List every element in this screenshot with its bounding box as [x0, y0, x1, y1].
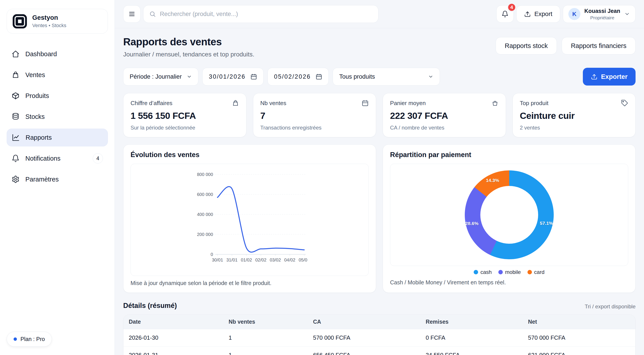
svg-text:31/01: 31/01 — [226, 258, 237, 262]
cell-date: 2026-01-31 — [124, 346, 223, 355]
cell-ca: 570 000 FCFA — [308, 329, 420, 346]
plan-badge: Plan : Pro — [7, 332, 52, 347]
sidebar-nav: Dashboard Ventes Produits Stocks Rapport… — [7, 45, 108, 188]
payments-chart-title: Répartition par paiement — [390, 151, 628, 159]
search-input[interactable] — [160, 11, 372, 17]
exporter-button-label: Exporter — [601, 73, 628, 80]
period-select[interactable]: Période : Journalier — [123, 68, 198, 85]
svg-text:02/02: 02/02 — [255, 258, 266, 262]
chart-line-icon — [12, 133, 20, 141]
brand-card: Gestyon Ventes • Stocks — [7, 9, 108, 33]
donut-hole — [480, 186, 538, 244]
brand-subtitle: Ventes • Stocks — [32, 23, 66, 28]
sidebar: Gestyon Ventes • Stocks Dashboard Ventes… — [0, 0, 115, 355]
date-from-input[interactable]: 30/01/2026 — [202, 68, 264, 85]
donut-slice-label: 28.6% — [465, 221, 478, 226]
column-header-date[interactable]: Date — [124, 315, 223, 329]
rapports-stock-button[interactable]: Rapports stock — [496, 37, 557, 54]
sidebar-item-label: Ventes — [25, 71, 45, 79]
shopping-bag-icon — [12, 71, 20, 79]
table-row: 2026-01-30 1 570 000 FCFA 0 FCFA 570 000… — [124, 329, 635, 346]
export-icon — [591, 73, 598, 80]
product-filter-select[interactable]: Tous produits — [333, 68, 440, 85]
kpi-value: 222 307 FCFA — [390, 111, 498, 121]
sidebar-item-label: Stocks — [25, 113, 45, 120]
page-subtitle: Journalier / mensuel, tendances et top p… — [123, 51, 254, 58]
box-icon — [12, 92, 20, 100]
legend-item-card[interactable]: card — [528, 269, 544, 275]
legend-item-mobile[interactable]: mobile — [498, 269, 521, 275]
kpi-card-panier-moyen: Panier moyen 222 307 FCFA CA / nombre de… — [383, 93, 506, 137]
cell-net: 570 000 FCFA — [523, 329, 635, 346]
sales-chart-area: 0200 000400 000600 000800 00030/0131/010… — [130, 164, 369, 276]
svg-text:0: 0 — [210, 252, 213, 257]
filters-bar: Période : Journalier 30/01/2026 05/02/20… — [123, 68, 636, 85]
search-bar — [143, 5, 378, 23]
sidebar-item-dashboard[interactable]: Dashboard — [7, 45, 108, 63]
kpi-card-top-produit: Top produit Ceinture cuir 2 ventes — [512, 93, 636, 137]
sidebar-item-parametres[interactable]: Paramètres — [7, 170, 108, 188]
legend-item-cash[interactable]: cash — [474, 269, 492, 275]
calendar-icon — [316, 73, 322, 80]
payments-chart-card: Répartition par paiement 57.1%28.6%14.3%… — [383, 144, 636, 293]
calendar-icon — [362, 99, 369, 107]
kpi-row: Chiffre d’affaires 1 556 150 FCFA Sur la… — [123, 93, 636, 137]
database-icon — [12, 113, 20, 121]
kpi-card-chiffre-affaires: Chiffre d’affaires 1 556 150 FCFA Sur la… — [123, 93, 246, 137]
sidebar-item-ventes[interactable]: Ventes — [7, 66, 108, 84]
user-menu[interactable]: K Kouassi Jean Propriétaire — [563, 5, 636, 23]
cell-net: 621 900 FCFA — [523, 346, 635, 355]
sidebar-item-rapports[interactable]: Rapports — [7, 129, 108, 146]
sidebar-item-stocks[interactable]: Stocks — [7, 108, 108, 125]
kpi-label: Top produit — [520, 100, 548, 107]
notification-badge: 4 — [507, 3, 516, 12]
kpi-card-nb-ventes: Nb ventes 7 Transactions enregistrées — [253, 93, 376, 137]
kpi-label: Chiffre d’affaires — [130, 100, 172, 107]
chevron-down-icon — [186, 74, 192, 79]
sales-line-chart: 0200 000400 000600 000800 00030/0131/010… — [192, 168, 308, 272]
kpi-value: 7 — [260, 111, 369, 121]
sidebar-item-notifications[interactable]: Notifications 4 — [7, 149, 108, 167]
main-area: 4 Export K Kouassi Jean Propriétaire Rap… — [115, 0, 644, 355]
brand-name: Gestyon — [32, 14, 66, 21]
kpi-subtitle: Transactions enregistrées — [260, 125, 369, 131]
payments-chart-footer: Cash / Mobile Money / Virement en temps … — [390, 279, 628, 286]
kpi-value: 1 556 150 FCFA — [130, 111, 239, 121]
rapports-financiers-button[interactable]: Rapports financiers — [562, 37, 636, 54]
plan-status-dot — [14, 338, 17, 341]
exporter-button[interactable]: Exporter — [583, 68, 636, 85]
legend-dot — [528, 270, 532, 274]
column-header-ca[interactable]: CA — [308, 315, 420, 329]
notifications-button[interactable]: 4 — [496, 5, 514, 23]
cell-date: 2026-01-30 — [124, 329, 223, 346]
kpi-label: Panier moyen — [390, 100, 426, 107]
svg-text:01/02: 01/02 — [240, 258, 252, 262]
search-icon — [149, 11, 156, 17]
legend-label: card — [534, 269, 544, 275]
export-button[interactable]: Export — [516, 5, 560, 23]
table-row: 2026-01-31 1 656 450 FCFA 34 550 FCFA 62… — [124, 346, 635, 355]
bell-icon — [12, 154, 20, 162]
tag-icon — [621, 99, 628, 107]
column-header-net[interactable]: Net — [523, 315, 635, 329]
sales-chart-card: Évolution des ventes 0200 000400 000600 … — [123, 144, 376, 293]
chevron-down-icon — [428, 74, 434, 79]
payments-chart-area: 57.1%28.6%14.3% — [390, 164, 628, 266]
column-header-nb-ventes[interactable]: Nb ventes — [223, 315, 308, 329]
calendar-icon — [250, 73, 257, 80]
kpi-subtitle: 2 ventes — [520, 125, 628, 131]
column-header-remises[interactable]: Remises — [420, 315, 522, 329]
date-to-input[interactable]: 05/02/2026 — [268, 68, 329, 85]
sidebar-item-produits[interactable]: Produits — [7, 87, 108, 105]
gear-icon — [12, 175, 20, 183]
payment-legend: cashmobilecard — [390, 269, 628, 275]
avatar: K — [568, 8, 580, 20]
sales-chart-title: Évolution des ventes — [130, 151, 369, 159]
page-actions: Rapports stock Rapports financiers — [496, 37, 636, 54]
legend-dot — [498, 270, 503, 274]
cell-nb-ventes: 1 — [223, 329, 308, 346]
legend-dot — [474, 270, 478, 274]
content: Rapports des ventes Journalier / mensuel… — [115, 28, 644, 355]
menu-button[interactable] — [123, 5, 140, 23]
app-logo-icon — [13, 14, 27, 28]
